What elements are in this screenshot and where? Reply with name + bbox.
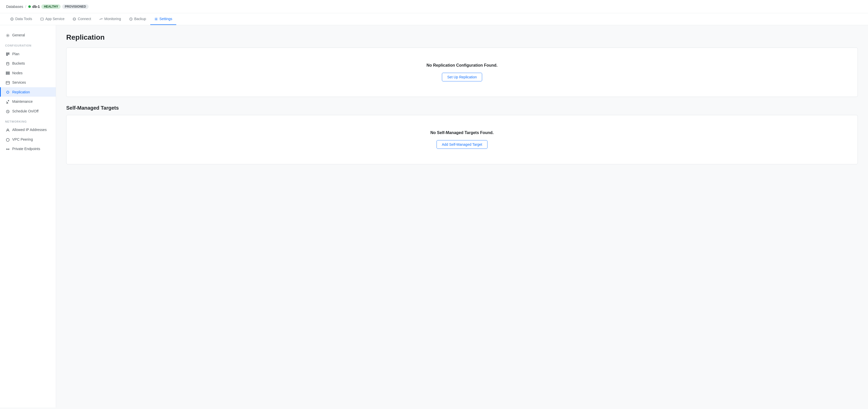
sidebar-item-allowed-ip[interactable]: Allowed IP Addresses xyxy=(0,125,56,135)
sidebar-section-networking: NETWORKING xyxy=(0,116,56,125)
general-icon xyxy=(6,33,10,37)
db-name: db-1 xyxy=(32,5,40,9)
sidebar-item-schedule[interactable]: Schedule On/Off xyxy=(0,106,56,116)
settings-icon xyxy=(154,17,158,21)
svg-point-3 xyxy=(155,19,156,20)
sidebar-allowed-ip-label: Allowed IP Addresses xyxy=(12,128,46,132)
svg-rect-5 xyxy=(6,53,9,54)
vpc-icon xyxy=(6,137,10,142)
backup-icon xyxy=(129,17,133,21)
health-dot xyxy=(28,5,31,8)
sidebar-item-vpc-peering[interactable]: VPC Peering xyxy=(0,135,56,144)
tab-backup-label: Backup xyxy=(134,17,146,21)
sidebar-schedule-label: Schedule On/Off xyxy=(12,109,38,113)
sidebar-section-configuration: CONFIGURATION xyxy=(0,40,56,49)
self-managed-empty-card: No Self-Managed Targets Found. Add Self-… xyxy=(66,115,858,164)
topbar: Databases / db-1 HEALTHY PROVISIONED xyxy=(0,0,868,13)
tab-connect[interactable]: Connect xyxy=(68,13,95,25)
maintenance-icon xyxy=(6,99,10,104)
replication-icon xyxy=(6,90,10,94)
tab-app-service-label: App Service xyxy=(45,17,64,21)
main-layout: General CONFIGURATION Plan Buckets xyxy=(0,25,868,407)
status-provisioned-badge: PROVISIONED xyxy=(62,4,88,9)
connect-icon xyxy=(72,17,76,21)
tab-monitoring-label: Monitoring xyxy=(104,17,121,21)
plan-icon xyxy=(6,52,10,56)
sidebar-item-nodes[interactable]: Nodes xyxy=(0,68,56,78)
svg-rect-11 xyxy=(6,74,9,75)
replication-empty-title: No Replication Configuration Found. xyxy=(426,63,497,68)
sidebar-item-buckets[interactable]: Buckets xyxy=(0,59,56,68)
sidebar-item-plan[interactable]: Plan xyxy=(0,49,56,59)
schedule-icon xyxy=(6,109,10,113)
breadcrumb-separator: / xyxy=(25,5,26,9)
services-icon xyxy=(6,80,10,85)
status-healthy-badge: HEALTHY xyxy=(41,4,61,9)
monitoring-icon xyxy=(99,17,103,21)
db-name-area: db-1 HEALTHY PROVISIONED xyxy=(28,4,89,9)
svg-rect-10 xyxy=(6,73,9,74)
set-up-replication-button[interactable]: Set Up Replication xyxy=(442,73,482,81)
page-title: Replication xyxy=(66,33,858,41)
sidebar-replication-label: Replication xyxy=(12,90,30,94)
tab-monitoring[interactable]: Monitoring xyxy=(95,13,125,25)
svg-rect-12 xyxy=(6,81,9,84)
svg-point-16 xyxy=(6,149,7,150)
sidebar-item-private-endpoints[interactable]: Private Endpoints xyxy=(0,144,56,154)
tab-backup[interactable]: Backup xyxy=(125,13,150,25)
tab-data-tools[interactable]: Data Tools xyxy=(6,13,36,25)
svg-rect-9 xyxy=(6,72,9,72)
sidebar-item-maintenance[interactable]: Maintenance xyxy=(0,97,56,106)
tab-connect-label: Connect xyxy=(78,17,91,21)
sidebar-vpc-label: VPC Peering xyxy=(12,137,33,141)
databases-link[interactable]: Databases xyxy=(6,5,23,9)
sidebar-buckets-label: Buckets xyxy=(12,61,25,65)
replication-empty-card: No Replication Configuration Found. Set … xyxy=(66,47,858,97)
sidebar-item-services[interactable]: Services xyxy=(0,77,56,87)
svg-point-15 xyxy=(7,129,9,131)
svg-rect-1 xyxy=(41,18,43,20)
tab-settings[interactable]: Settings xyxy=(150,13,177,25)
svg-rect-6 xyxy=(6,54,9,55)
self-managed-section-title: Self-Managed Targets xyxy=(66,105,858,111)
sidebar-nodes-label: Nodes xyxy=(12,71,23,75)
breadcrumb: Databases / db-1 HEALTHY PROVISIONED xyxy=(6,4,89,9)
nodes-icon xyxy=(6,71,10,75)
sidebar-general-label: General xyxy=(12,33,25,37)
svg-point-17 xyxy=(8,149,9,150)
sidebar-maintenance-label: Maintenance xyxy=(12,99,33,104)
nav-tabs: Data Tools App Service Connect Monitorin… xyxy=(0,13,868,25)
buckets-icon xyxy=(6,61,10,66)
sidebar-item-general[interactable]: General xyxy=(0,30,56,40)
allowed-ip-icon xyxy=(6,128,10,132)
tab-settings-label: Settings xyxy=(159,17,173,21)
data-tools-icon xyxy=(10,17,14,21)
tab-data-tools-label: Data Tools xyxy=(15,17,32,21)
svg-rect-7 xyxy=(6,55,8,56)
tab-app-service[interactable]: App Service xyxy=(36,13,68,25)
main-content: Replication No Replication Configuration… xyxy=(56,25,868,407)
sidebar: General CONFIGURATION Plan Buckets xyxy=(0,25,56,407)
svg-point-8 xyxy=(7,62,9,63)
self-managed-empty-title: No Self-Managed Targets Found. xyxy=(430,131,494,135)
svg-point-4 xyxy=(7,35,8,36)
sidebar-private-endpoints-label: Private Endpoints xyxy=(12,147,40,151)
endpoints-icon xyxy=(6,147,10,151)
sidebar-item-replication[interactable]: Replication xyxy=(0,87,56,97)
sidebar-services-label: Services xyxy=(12,80,26,84)
app-service-icon xyxy=(40,17,44,21)
sidebar-plan-label: Plan xyxy=(12,52,19,56)
add-self-managed-target-button[interactable]: Add Self-Managed Target xyxy=(437,140,488,149)
